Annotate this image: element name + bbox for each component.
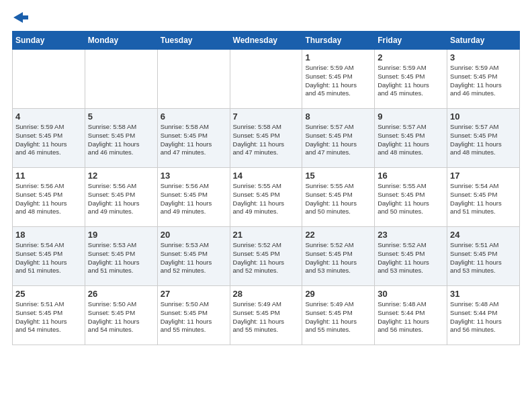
calendar-cell: 8Sunrise: 5:57 AM Sunset: 5:45 PM Daylig… [302, 109, 375, 168]
day-info: Sunrise: 5:58 AM Sunset: 5:45 PM Dayligh… [161, 123, 227, 157]
day-info: Sunrise: 5:57 AM Sunset: 5:45 PM Dayligh… [305, 123, 371, 157]
calendar-week-row: 1Sunrise: 5:59 AM Sunset: 5:45 PM Daylig… [13, 50, 520, 109]
weekday-header-wednesday: Wednesday [230, 32, 302, 50]
day-info: Sunrise: 5:53 AM Sunset: 5:45 PM Dayligh… [161, 241, 227, 275]
day-info: Sunrise: 5:49 AM Sunset: 5:45 PM Dayligh… [305, 300, 371, 334]
calendar-cell: 5Sunrise: 5:58 AM Sunset: 5:45 PM Daylig… [85, 109, 157, 168]
calendar-cell: 23Sunrise: 5:52 AM Sunset: 5:45 PM Dayli… [375, 227, 447, 286]
calendar-cell: 10Sunrise: 5:57 AM Sunset: 5:45 PM Dayli… [447, 109, 520, 168]
calendar-week-row: 25Sunrise: 5:51 AM Sunset: 5:45 PM Dayli… [13, 286, 520, 345]
calendar-header-row: SundayMondayTuesdayWednesdayThursdayFrid… [13, 32, 520, 50]
day-info: Sunrise: 5:50 AM Sunset: 5:45 PM Dayligh… [161, 300, 227, 334]
calendar-cell: 6Sunrise: 5:58 AM Sunset: 5:45 PM Daylig… [157, 109, 230, 168]
logo-text [12, 12, 28, 23]
day-info: Sunrise: 5:54 AM Sunset: 5:45 PM Dayligh… [15, 241, 82, 275]
calendar-cell: 30Sunrise: 5:48 AM Sunset: 5:44 PM Dayli… [375, 286, 447, 345]
day-number: 24 [450, 230, 517, 240]
day-info: Sunrise: 5:58 AM Sunset: 5:45 PM Dayligh… [88, 123, 154, 157]
day-info: Sunrise: 5:48 AM Sunset: 5:44 PM Dayligh… [450, 300, 517, 334]
calendar-week-row: 11Sunrise: 5:56 AM Sunset: 5:45 PM Dayli… [13, 168, 520, 227]
day-number: 5 [88, 111, 154, 122]
weekday-header-saturday: Saturday [447, 32, 520, 50]
day-number: 27 [161, 289, 227, 299]
day-number: 20 [161, 230, 227, 240]
day-number: 13 [161, 171, 227, 181]
logo-arrow-icon [13, 12, 28, 23]
day-number: 11 [15, 171, 82, 181]
day-number: 26 [88, 289, 154, 299]
day-number: 23 [378, 230, 444, 240]
calendar-cell: 1Sunrise: 5:59 AM Sunset: 5:45 PM Daylig… [302, 50, 375, 109]
day-info: Sunrise: 5:59 AM Sunset: 5:45 PM Dayligh… [450, 64, 517, 98]
day-number: 8 [305, 111, 371, 122]
day-info: Sunrise: 5:50 AM Sunset: 5:45 PM Dayligh… [88, 300, 154, 334]
calendar-cell: 17Sunrise: 5:54 AM Sunset: 5:45 PM Dayli… [447, 168, 520, 227]
calendar-cell: 2Sunrise: 5:59 AM Sunset: 5:45 PM Daylig… [375, 50, 447, 109]
calendar-cell: 25Sunrise: 5:51 AM Sunset: 5:45 PM Dayli… [13, 286, 85, 345]
day-number: 12 [88, 171, 154, 181]
day-info: Sunrise: 5:52 AM Sunset: 5:45 PM Dayligh… [233, 241, 300, 275]
calendar-cell: 4Sunrise: 5:59 AM Sunset: 5:45 PM Daylig… [13, 109, 85, 168]
day-number: 19 [88, 230, 154, 240]
day-number: 28 [233, 289, 300, 299]
calendar-cell: 11Sunrise: 5:56 AM Sunset: 5:45 PM Dayli… [13, 168, 85, 227]
day-number: 10 [450, 111, 517, 122]
day-info: Sunrise: 5:51 AM Sunset: 5:45 PM Dayligh… [15, 300, 82, 334]
day-number: 30 [378, 289, 444, 299]
day-number: 9 [378, 111, 444, 122]
weekday-header-tuesday: Tuesday [157, 32, 230, 50]
header [12, 12, 520, 23]
day-info: Sunrise: 5:59 AM Sunset: 5:45 PM Dayligh… [378, 64, 444, 98]
day-number: 25 [15, 289, 82, 299]
calendar-cell: 20Sunrise: 5:53 AM Sunset: 5:45 PM Dayli… [157, 227, 230, 286]
calendar-cell: 18Sunrise: 5:54 AM Sunset: 5:45 PM Dayli… [13, 227, 85, 286]
weekday-header-thursday: Thursday [302, 32, 375, 50]
calendar-cell: 14Sunrise: 5:55 AM Sunset: 5:45 PM Dayli… [230, 168, 302, 227]
day-info: Sunrise: 5:57 AM Sunset: 5:45 PM Dayligh… [378, 123, 444, 157]
day-info: Sunrise: 5:54 AM Sunset: 5:45 PM Dayligh… [450, 182, 517, 216]
day-info: Sunrise: 5:49 AM Sunset: 5:45 PM Dayligh… [233, 300, 300, 334]
day-number: 1 [305, 52, 371, 62]
calendar-cell: 7Sunrise: 5:58 AM Sunset: 5:45 PM Daylig… [230, 109, 302, 168]
day-number: 4 [15, 111, 82, 122]
day-info: Sunrise: 5:56 AM Sunset: 5:45 PM Dayligh… [88, 182, 154, 216]
calendar-cell: 9Sunrise: 5:57 AM Sunset: 5:45 PM Daylig… [375, 109, 447, 168]
day-number: 22 [305, 230, 371, 240]
calendar-cell [230, 50, 302, 109]
calendar-cell [85, 50, 157, 109]
calendar-cell: 24Sunrise: 5:51 AM Sunset: 5:45 PM Dayli… [447, 227, 520, 286]
page: SundayMondayTuesdayWednesdayThursdayFrid… [0, 0, 532, 352]
weekday-header-monday: Monday [85, 32, 157, 50]
calendar-cell: 13Sunrise: 5:56 AM Sunset: 5:45 PM Dayli… [157, 168, 230, 227]
day-number: 31 [450, 289, 517, 299]
day-number: 21 [233, 230, 300, 240]
calendar-cell: 27Sunrise: 5:50 AM Sunset: 5:45 PM Dayli… [157, 286, 230, 345]
weekday-header-sunday: Sunday [13, 32, 85, 50]
calendar-week-row: 4Sunrise: 5:59 AM Sunset: 5:45 PM Daylig… [13, 109, 520, 168]
day-number: 29 [305, 289, 371, 299]
day-number: 2 [378, 52, 444, 62]
calendar-cell: 16Sunrise: 5:55 AM Sunset: 5:45 PM Dayli… [375, 168, 447, 227]
day-number: 6 [161, 111, 227, 122]
calendar-cell: 28Sunrise: 5:49 AM Sunset: 5:45 PM Dayli… [230, 286, 302, 345]
day-info: Sunrise: 5:58 AM Sunset: 5:45 PM Dayligh… [233, 123, 300, 157]
calendar-week-row: 18Sunrise: 5:54 AM Sunset: 5:45 PM Dayli… [13, 227, 520, 286]
svg-marker-0 [13, 12, 28, 23]
logo [12, 12, 28, 23]
day-info: Sunrise: 5:48 AM Sunset: 5:44 PM Dayligh… [378, 300, 444, 334]
day-number: 14 [233, 171, 300, 181]
day-info: Sunrise: 5:51 AM Sunset: 5:45 PM Dayligh… [450, 241, 517, 275]
calendar-cell [13, 50, 85, 109]
day-info: Sunrise: 5:55 AM Sunset: 5:45 PM Dayligh… [378, 182, 444, 216]
calendar-cell: 12Sunrise: 5:56 AM Sunset: 5:45 PM Dayli… [85, 168, 157, 227]
day-info: Sunrise: 5:59 AM Sunset: 5:45 PM Dayligh… [305, 64, 371, 98]
day-info: Sunrise: 5:52 AM Sunset: 5:45 PM Dayligh… [305, 241, 371, 275]
calendar-cell: 26Sunrise: 5:50 AM Sunset: 5:45 PM Dayli… [85, 286, 157, 345]
calendar-cell: 29Sunrise: 5:49 AM Sunset: 5:45 PM Dayli… [302, 286, 375, 345]
calendar-cell: 19Sunrise: 5:53 AM Sunset: 5:45 PM Dayli… [85, 227, 157, 286]
day-info: Sunrise: 5:55 AM Sunset: 5:45 PM Dayligh… [305, 182, 371, 216]
day-info: Sunrise: 5:55 AM Sunset: 5:45 PM Dayligh… [233, 182, 300, 216]
weekday-header-friday: Friday [375, 32, 447, 50]
day-number: 18 [15, 230, 82, 240]
day-info: Sunrise: 5:56 AM Sunset: 5:45 PM Dayligh… [161, 182, 227, 216]
